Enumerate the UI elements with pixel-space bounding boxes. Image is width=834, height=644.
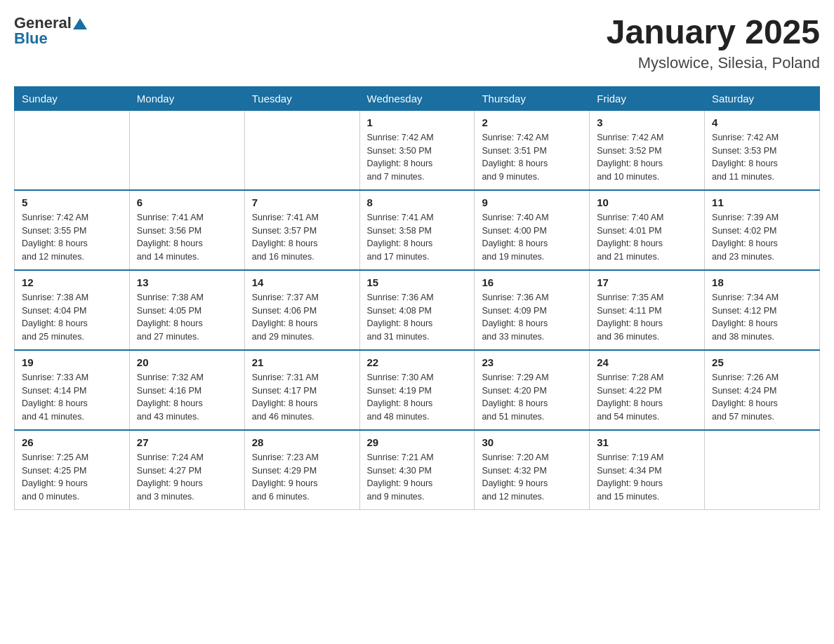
day-number: 25	[712, 356, 812, 368]
calendar-cell: 15Sunrise: 7:36 AM Sunset: 4:08 PM Dayli…	[359, 270, 475, 350]
calendar-cell: 31Sunrise: 7:19 AM Sunset: 4:34 PM Dayli…	[590, 430, 705, 510]
calendar-cell: 21Sunrise: 7:31 AM Sunset: 4:17 PM Dayli…	[244, 350, 359, 430]
day-info: Sunrise: 7:42 AM Sunset: 3:53 PM Dayligh…	[712, 131, 812, 184]
day-info: Sunrise: 7:42 AM Sunset: 3:51 PM Dayligh…	[482, 131, 582, 184]
day-info: Sunrise: 7:25 AM Sunset: 4:25 PM Dayligh…	[22, 451, 122, 504]
day-info: Sunrise: 7:23 AM Sunset: 4:29 PM Dayligh…	[252, 451, 352, 504]
calendar-cell	[705, 430, 820, 510]
day-number: 12	[22, 276, 122, 288]
calendar-header-saturday: Saturday	[705, 86, 820, 110]
day-info: Sunrise: 7:42 AM Sunset: 3:55 PM Dayligh…	[22, 211, 122, 264]
calendar-header-row: SundayMondayTuesdayWednesdayThursdayFrid…	[15, 86, 820, 110]
logo-blue-text: Blue	[14, 29, 48, 48]
day-number: 3	[597, 116, 697, 128]
day-info: Sunrise: 7:42 AM Sunset: 3:50 PM Dayligh…	[367, 131, 468, 184]
day-info: Sunrise: 7:38 AM Sunset: 4:05 PM Dayligh…	[137, 291, 237, 344]
day-number: 4	[712, 116, 812, 128]
calendar-cell: 8Sunrise: 7:41 AM Sunset: 3:58 PM Daylig…	[359, 190, 475, 270]
day-info: Sunrise: 7:30 AM Sunset: 4:19 PM Dayligh…	[367, 371, 468, 424]
day-info: Sunrise: 7:31 AM Sunset: 4:17 PM Dayligh…	[252, 371, 352, 424]
calendar-cell: 28Sunrise: 7:23 AM Sunset: 4:29 PM Dayli…	[244, 430, 359, 510]
calendar-cell: 14Sunrise: 7:37 AM Sunset: 4:06 PM Dayli…	[244, 270, 359, 350]
location-subtitle: Myslowice, Silesia, Poland	[607, 54, 820, 72]
calendar-cell: 2Sunrise: 7:42 AM Sunset: 3:51 PM Daylig…	[475, 110, 590, 190]
calendar-cell	[129, 110, 244, 190]
day-number: 16	[482, 276, 582, 288]
day-number: 29	[367, 436, 468, 448]
day-number: 18	[712, 276, 812, 288]
calendar-header-thursday: Thursday	[475, 86, 590, 110]
calendar-cell: 13Sunrise: 7:38 AM Sunset: 4:05 PM Dayli…	[129, 270, 244, 350]
calendar-cell: 7Sunrise: 7:41 AM Sunset: 3:57 PM Daylig…	[244, 190, 359, 270]
day-number: 2	[482, 116, 582, 128]
calendar-header-sunday: Sunday	[15, 86, 130, 110]
day-info: Sunrise: 7:41 AM Sunset: 3:56 PM Dayligh…	[137, 211, 237, 264]
day-number: 8	[367, 196, 468, 208]
calendar-cell: 24Sunrise: 7:28 AM Sunset: 4:22 PM Dayli…	[590, 350, 705, 430]
calendar-cell: 6Sunrise: 7:41 AM Sunset: 3:56 PM Daylig…	[129, 190, 244, 270]
day-number: 22	[367, 356, 468, 368]
day-info: Sunrise: 7:32 AM Sunset: 4:16 PM Dayligh…	[137, 371, 237, 424]
day-info: Sunrise: 7:40 AM Sunset: 4:01 PM Dayligh…	[597, 211, 697, 264]
day-number: 5	[22, 196, 122, 208]
month-title: January 2025	[607, 14, 820, 51]
calendar-header-wednesday: Wednesday	[359, 86, 475, 110]
day-info: Sunrise: 7:41 AM Sunset: 3:57 PM Dayligh…	[252, 211, 352, 264]
day-number: 23	[482, 356, 582, 368]
calendar-cell: 3Sunrise: 7:42 AM Sunset: 3:52 PM Daylig…	[590, 110, 705, 190]
calendar-cell: 25Sunrise: 7:26 AM Sunset: 4:24 PM Dayli…	[705, 350, 820, 430]
day-number: 14	[252, 276, 352, 288]
day-number: 24	[597, 356, 697, 368]
calendar-cell	[15, 110, 130, 190]
day-number: 13	[137, 276, 237, 288]
day-number: 27	[137, 436, 237, 448]
svg-marker-0	[73, 18, 87, 29]
day-info: Sunrise: 7:40 AM Sunset: 4:00 PM Dayligh…	[482, 211, 582, 264]
calendar-cell: 4Sunrise: 7:42 AM Sunset: 3:53 PM Daylig…	[705, 110, 820, 190]
day-number: 28	[252, 436, 352, 448]
day-number: 17	[597, 276, 697, 288]
calendar-cell: 27Sunrise: 7:24 AM Sunset: 4:27 PM Dayli…	[129, 430, 244, 510]
calendar-cell: 22Sunrise: 7:30 AM Sunset: 4:19 PM Dayli…	[359, 350, 475, 430]
day-info: Sunrise: 7:34 AM Sunset: 4:12 PM Dayligh…	[712, 291, 812, 344]
day-number: 20	[137, 356, 237, 368]
title-section: January 2025 Myslowice, Silesia, Poland	[607, 14, 820, 72]
calendar-header-tuesday: Tuesday	[244, 86, 359, 110]
calendar-header-friday: Friday	[590, 86, 705, 110]
day-info: Sunrise: 7:42 AM Sunset: 3:52 PM Dayligh…	[597, 131, 697, 184]
day-info: Sunrise: 7:36 AM Sunset: 4:09 PM Dayligh…	[482, 291, 582, 344]
calendar-cell	[244, 110, 359, 190]
day-number: 21	[252, 356, 352, 368]
calendar-week-row: 19Sunrise: 7:33 AM Sunset: 4:14 PM Dayli…	[15, 350, 820, 430]
calendar-cell: 16Sunrise: 7:36 AM Sunset: 4:09 PM Dayli…	[475, 270, 590, 350]
day-info: Sunrise: 7:19 AM Sunset: 4:34 PM Dayligh…	[597, 451, 697, 504]
day-number: 19	[22, 356, 122, 368]
day-info: Sunrise: 7:41 AM Sunset: 3:58 PM Dayligh…	[367, 211, 468, 264]
calendar-cell: 11Sunrise: 7:39 AM Sunset: 4:02 PM Dayli…	[705, 190, 820, 270]
calendar-week-row: 26Sunrise: 7:25 AM Sunset: 4:25 PM Dayli…	[15, 430, 820, 510]
calendar-cell: 10Sunrise: 7:40 AM Sunset: 4:01 PM Dayli…	[590, 190, 705, 270]
calendar-cell: 23Sunrise: 7:29 AM Sunset: 4:20 PM Dayli…	[475, 350, 590, 430]
calendar-week-row: 5Sunrise: 7:42 AM Sunset: 3:55 PM Daylig…	[15, 190, 820, 270]
day-number: 15	[367, 276, 468, 288]
calendar-cell: 19Sunrise: 7:33 AM Sunset: 4:14 PM Dayli…	[15, 350, 130, 430]
calendar-cell: 9Sunrise: 7:40 AM Sunset: 4:00 PM Daylig…	[475, 190, 590, 270]
calendar-cell: 17Sunrise: 7:35 AM Sunset: 4:11 PM Dayli…	[590, 270, 705, 350]
day-number: 1	[367, 116, 468, 128]
day-info: Sunrise: 7:29 AM Sunset: 4:20 PM Dayligh…	[482, 371, 582, 424]
day-info: Sunrise: 7:33 AM Sunset: 4:14 PM Dayligh…	[22, 371, 122, 424]
day-info: Sunrise: 7:26 AM Sunset: 4:24 PM Dayligh…	[712, 371, 812, 424]
day-info: Sunrise: 7:39 AM Sunset: 4:02 PM Dayligh…	[712, 211, 812, 264]
day-info: Sunrise: 7:35 AM Sunset: 4:11 PM Dayligh…	[597, 291, 697, 344]
day-number: 26	[22, 436, 122, 448]
calendar-cell: 26Sunrise: 7:25 AM Sunset: 4:25 PM Dayli…	[15, 430, 130, 510]
calendar-week-row: 12Sunrise: 7:38 AM Sunset: 4:04 PM Dayli…	[15, 270, 820, 350]
calendar-cell: 1Sunrise: 7:42 AM Sunset: 3:50 PM Daylig…	[359, 110, 475, 190]
calendar-cell: 30Sunrise: 7:20 AM Sunset: 4:32 PM Dayli…	[475, 430, 590, 510]
calendar-header-monday: Monday	[129, 86, 244, 110]
calendar-cell: 18Sunrise: 7:34 AM Sunset: 4:12 PM Dayli…	[705, 270, 820, 350]
day-info: Sunrise: 7:36 AM Sunset: 4:08 PM Dayligh…	[367, 291, 468, 344]
day-number: 10	[597, 196, 697, 208]
calendar-table: SundayMondayTuesdayWednesdayThursdayFrid…	[14, 86, 820, 510]
day-number: 30	[482, 436, 582, 448]
